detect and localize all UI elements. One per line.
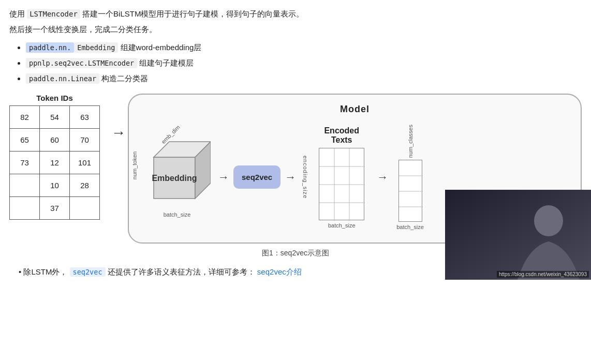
arrow2: → (285, 171, 296, 184)
svg-text:Embedding: Embedding (152, 174, 197, 183)
num-token-label: num_token (131, 151, 138, 179)
intro-line1: 使用 LSTMencoder 搭建一个BiLSTM模型用于进行句子建模，得到句子… (9, 7, 582, 21)
encoded-matrix (319, 148, 364, 220)
arrow1: → (218, 171, 229, 184)
num-classes-matrix (398, 160, 422, 222)
seq2vec-link[interactable]: seq2vec介绍 (257, 267, 302, 276)
model-title: Model (140, 104, 569, 115)
encoding-size-label: encoding_size (302, 156, 308, 199)
seq2vec-code-inline: seq2vec (70, 267, 106, 277)
camera-feed: https://blog.csdn.net/weixin_43623093 (445, 190, 591, 280)
arrow3: → (377, 171, 388, 184)
svg-point-13 (534, 205, 563, 236)
bullet-item-3: paddle.nn.Linear 构造二分类器 (26, 71, 582, 86)
camera-url-text: https://blog.csdn.net/weixin_43623093 (497, 271, 589, 278)
embedding-cube-svg: Embedding (143, 136, 211, 204)
page: 使用 LSTMencoder 搭建一个BiLSTM模型用于进行句子建模，得到句子… (0, 0, 591, 280)
lstmencoder-code2: ppnlp.seq2vec.LSTMEncoder (26, 58, 137, 68)
encoded-matrix-svg (319, 148, 365, 221)
num-classes-svg (399, 160, 423, 222)
table-row: 10 28 (10, 174, 100, 197)
seq2vec-box: seq2vec (233, 165, 280, 189)
num-classes-section: num_classes batch_size (396, 125, 424, 230)
camera-overlay: https://blog.csdn.net/weixin_43623093 (445, 190, 591, 280)
lstmencoder-code: LSTMencoder (27, 9, 80, 19)
embedding-section: emb_dim num_token Embedding (143, 136, 211, 218)
token-table: 82 54 63 65 60 70 73 12 101 10 28 (9, 105, 100, 220)
batch-size-label2: batch_size (328, 222, 356, 229)
table-row: 65 60 70 (10, 129, 100, 151)
intro-line2: 然后接一个线性变换层，完成二分类任务。 (9, 23, 582, 36)
token-ids-section: Token IDs 82 54 63 65 60 70 73 12 101 (9, 94, 100, 220)
table-row: 82 54 63 (10, 106, 100, 129)
paddle-nn-highlight: paddle.nn. (26, 42, 74, 53)
num-classes-label-text: num_classes (407, 125, 413, 158)
bullet-item-2: ppnlp.seq2vec.LSTMEncoder 组建句子建模层 (26, 55, 582, 71)
person-silhouette-svg (445, 190, 591, 280)
batch-size-label3: batch_size (396, 224, 424, 230)
batch-size-label1: batch_size (164, 211, 191, 218)
table-row: 73 12 101 (10, 151, 100, 174)
token-ids-title: Token IDs (36, 94, 73, 102)
embedding-code: Embedding (74, 42, 118, 53)
table-row: 37 (10, 197, 100, 220)
bullet-list: paddle.nn.Embedding 组建word-embedding层 pp… (9, 40, 582, 86)
encoded-section: EncodedTexts batch_size (311, 126, 373, 229)
linear-code: paddle.nn.Linear (26, 73, 99, 84)
token-to-model-arrow: → (111, 125, 126, 141)
bullet-item-1: paddle.nn.Embedding 组建word-embedding层 (26, 40, 582, 55)
encoded-texts-label: EncodedTexts (311, 126, 373, 145)
